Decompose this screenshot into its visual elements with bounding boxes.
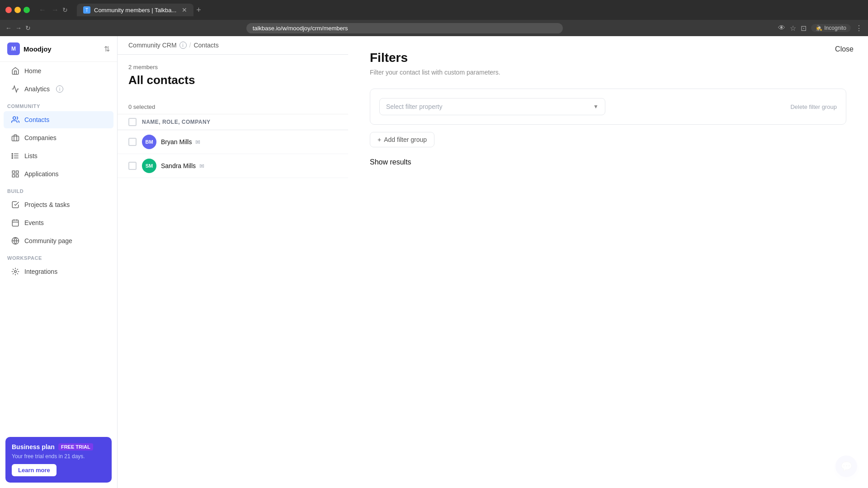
delete-filter-group-button[interactable]: Delete filter group [790, 103, 837, 110]
svg-rect-12 [12, 220, 19, 226]
banner-description: Your free trial ends in 21 days. [12, 453, 105, 460]
browser-chrome: ← → ↻ T Community members | Talkba... ✕ … [0, 0, 868, 20]
incognito-icon: 🕵 [816, 25, 822, 31]
back-arrow-icon[interactable]: ← [5, 24, 12, 32]
applications-icon [11, 169, 20, 178]
integrations-icon [11, 267, 20, 276]
svg-point-7 [12, 157, 13, 158]
sidebar-item-companies[interactable]: Companies [4, 129, 113, 146]
tab-bar: T Community members | Talkba... ✕ + [77, 4, 857, 16]
contacts-panel: 2 members All contacts 0 selected NAME, … [118, 55, 353, 488]
selected-count: 0 selected [118, 100, 352, 114]
events-icon [11, 218, 20, 227]
eye-icon: 👁 [778, 24, 785, 32]
community-section-label: COMMUNITY [0, 98, 117, 111]
business-banner: Business plan FREE TRIAL Your free trial… [5, 437, 112, 483]
sidebar-item-community-page[interactable]: Community page [4, 232, 113, 249]
svg-point-18 [14, 271, 17, 273]
forward-button[interactable]: → [50, 5, 61, 15]
banner-title-row: Business plan FREE TRIAL [12, 443, 105, 450]
contacts-icon [11, 115, 20, 124]
svg-point-6 [12, 155, 13, 156]
all-contacts-title: All contacts [128, 73, 341, 87]
back-button[interactable]: ← [37, 5, 48, 15]
sidebar-item-contacts[interactable]: Contacts [4, 111, 113, 128]
analytics-info-icon[interactable]: i [56, 85, 63, 93]
chevron-down-icon: ▼ [593, 103, 599, 110]
forward-arrow-icon[interactable]: → [15, 24, 22, 32]
contact-avatar-2: SM [142, 159, 156, 173]
contact-name-1: Bryan Mills [161, 138, 192, 145]
learn-more-button[interactable]: Learn more [12, 464, 57, 476]
filter-title: Filters [370, 55, 846, 65]
contact-name-2: Sandra Mills [161, 162, 196, 169]
split-view-icon[interactable]: ⊡ [801, 24, 807, 33]
select-all-checkbox[interactable] [128, 118, 137, 126]
lists-icon [11, 151, 20, 160]
companies-icon [11, 133, 20, 142]
sidebar-item-applications[interactable]: Applications [4, 165, 113, 183]
sidebar-item-analytics[interactable]: Analytics i [4, 80, 113, 98]
nav-arrows: ← → ↻ [37, 5, 68, 15]
address-bar[interactable] [246, 23, 563, 33]
email-icon-2: ✉ [199, 163, 204, 169]
add-filter-group-button[interactable]: + Add filter group [370, 132, 434, 147]
window-maximize-button[interactable] [24, 7, 30, 13]
tab-close-button[interactable]: ✕ [182, 6, 187, 14]
tab-title: Community members | Talkba... [94, 7, 176, 14]
table-row[interactable]: BM Bryan Mills ✉ [118, 130, 352, 154]
contact-checkbox-1[interactable] [128, 138, 137, 146]
sidebar-item-home[interactable]: Home [4, 62, 113, 80]
window-close-button[interactable] [5, 7, 12, 13]
main-content: Community CRM i / Contacts 2 members All… [118, 36, 868, 488]
community-page-icon [11, 236, 20, 245]
table-col-name: NAME, ROLE, COMPANY [142, 119, 211, 125]
free-trial-badge: FREE TRIAL [58, 443, 93, 450]
svg-rect-11 [16, 175, 19, 177]
contact-checkbox-2[interactable] [128, 162, 137, 170]
address-bar-row: ← → ↻ 👁 ☆ ⊡ 🕵 Incognito ⋮ [0, 20, 868, 36]
svg-rect-1 [12, 136, 19, 141]
breadcrumb-contacts: Contacts [193, 42, 218, 49]
incognito-label: Incognito [824, 25, 846, 31]
menu-icon[interactable]: ⋮ [855, 24, 863, 33]
svg-rect-8 [12, 171, 14, 173]
sidebar-item-events[interactable]: Events [4, 214, 113, 231]
home-icon [11, 66, 20, 75]
refresh-button[interactable]: ↻ [62, 5, 68, 15]
contacts-panel-header: 2 members All contacts [118, 55, 352, 100]
svg-rect-9 [16, 171, 19, 173]
active-tab[interactable]: T Community members | Talkba... ✕ [77, 4, 193, 16]
sidebar-item-projects[interactable]: Projects & tasks [4, 196, 113, 213]
app-container: M Moodjoy ⇅ Home Analytics i COMMUNITY [0, 36, 868, 488]
breadcrumb-community-crm[interactable]: Community CRM [128, 42, 177, 49]
window-controls [5, 7, 30, 13]
sidebar-item-integrations[interactable]: Integrations [4, 263, 113, 280]
filter-property-select[interactable]: Select filter property ▼ [379, 98, 605, 115]
star-icon[interactable]: ☆ [790, 24, 796, 33]
plus-icon: + [377, 136, 381, 143]
filter-subtitle: Filter your contact list with custom par… [370, 69, 846, 76]
build-section-label: BUILD [0, 183, 117, 196]
sidebar: M Moodjoy ⇅ Home Analytics i COMMUNITY [0, 36, 118, 488]
browser-actions: 👁 ☆ ⊡ 🕵 Incognito ⋮ [778, 24, 863, 33]
expand-icon[interactable]: ⇅ [104, 45, 110, 53]
window-minimize-button[interactable] [14, 7, 21, 13]
new-tab-button[interactable]: + [196, 5, 201, 15]
workspace-section-label: WORKSPACE [0, 250, 117, 263]
table-row[interactable]: SM Sandra Mills ✉ [118, 154, 352, 178]
show-results-button[interactable]: Show results [370, 155, 411, 170]
contact-icons-2: ✉ [199, 163, 204, 169]
breadcrumb-info-icon[interactable]: i [179, 42, 187, 49]
members-count: 2 members [128, 64, 341, 70]
email-icon: ✉ [195, 139, 200, 145]
sidebar-item-lists[interactable]: Lists [4, 147, 113, 164]
svg-rect-10 [12, 175, 14, 177]
workspace-avatar: M [7, 42, 20, 55]
content-area: 2 members All contacts 0 selected NAME, … [118, 55, 868, 488]
analytics-icon [11, 84, 20, 94]
breadcrumb-separator: / [189, 42, 191, 49]
reload-icon[interactable]: ↻ [25, 24, 31, 32]
workspace-name: M Moodjoy [7, 42, 52, 55]
filter-property-placeholder: Select filter property [386, 103, 443, 110]
